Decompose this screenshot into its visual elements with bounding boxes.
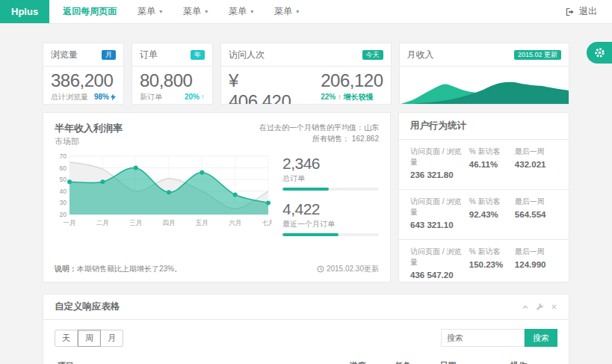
middle-row: 半年收入利润率 市场部 在过去的一个月销售的平均值：山东 所有销售： 162.8… (43, 112, 569, 283)
panel-title: 自定义响应表格 (55, 300, 120, 313)
stat-col-label: 访问页面 / 浏览量 (410, 197, 463, 218)
card-page-views: 浏览量 月 386,200 总计浏览量 98% (43, 43, 124, 105)
col-header-project[interactable]: 项目 (55, 356, 346, 364)
panel-title: 用户行为统计 (399, 113, 569, 140)
main-content: 浏览量 月 386,200 总计浏览量 98% 订单 (0, 24, 612, 364)
card-title: 订单 (140, 49, 158, 61)
income-chart-area (400, 67, 569, 105)
search-button[interactable]: 搜索 (525, 329, 557, 347)
chart-subtitle: 市场部 (55, 136, 123, 147)
footnote-label: 说明： (55, 265, 77, 273)
nav-menu-4[interactable]: 菜单 ▾ (264, 0, 309, 23)
tab-day[interactable]: 天 (55, 330, 78, 347)
stat-col-label: 最后一周 (515, 247, 557, 257)
profit-chart-panel: 半年收入利润率 市场部 在过去的一个月销售的平均值：山东 所有销售： 162.8… (43, 112, 391, 283)
chart-title: 半年收入利润率 (55, 122, 123, 135)
chart-note: 在过去的一个月销售的平均值：山东 所有销售： 162.862 (259, 122, 379, 147)
svg-text:60: 60 (60, 164, 67, 172)
card-value: 206,120 (321, 70, 383, 91)
updated-badge: 2015.02 更新 (514, 50, 561, 60)
card-orders: 订单 年 80,800 新订单 20% ↑ (132, 43, 213, 105)
caret-down-icon: ▾ (296, 8, 299, 15)
svg-text:20: 20 (60, 211, 67, 218)
wrench-icon (536, 303, 544, 311)
tab-week[interactable]: 周 (78, 330, 101, 347)
arrow-up-icon: ↑ (201, 93, 205, 101)
stat-label: 最近一个月订单 (282, 219, 379, 229)
user-stats-row: 访问页面 / 浏览量 643 321.10 % 新访客 92.43% 最后一周 … (399, 190, 569, 240)
col-header-task[interactable]: 任务 (392, 356, 437, 364)
user-stats-row: 访问页面 / 浏览量 436 547.20 % 新访客 150.23% 最后一周… (399, 240, 569, 283)
profit-chart-area: 203040506070一月二月三月四月五月六月七月 (55, 152, 272, 246)
svg-text:三月: 三月 (129, 219, 142, 226)
stat-col-value: 150.23% (469, 259, 515, 271)
nav-home-link[interactable]: 返回每周页面 (52, 0, 127, 23)
stat-value: 4,422 (282, 200, 379, 218)
stat-col-value: 46.11% (469, 158, 515, 170)
card-visits: 访问人次 今天 ¥ 406,420 44% ↑ 增长较快 (220, 43, 392, 105)
card-value: 386,200 (51, 70, 116, 91)
svg-text:七月: 七月 (262, 219, 273, 226)
logout-label: 退出 (579, 5, 597, 18)
svg-text:四月: 四月 (163, 219, 176, 226)
nav-menu-label: 菜单 (183, 5, 201, 18)
caret-down-icon: ▾ (159, 8, 162, 15)
visits-col-revenue: ¥ 406,420 44% ↑ 增长较快 (229, 70, 300, 105)
svg-text:50: 50 (60, 176, 67, 183)
period-tab-group: 天 周 月 (55, 330, 123, 347)
close-icon (551, 303, 557, 310)
nav-menu-label: 菜单 (229, 5, 247, 18)
stat-value: 2,346 (282, 155, 379, 173)
card-footer-label: 总计浏览量 (51, 92, 88, 102)
stat-col-label: 访问页面 / 浏览量 (410, 146, 463, 167)
card-footer-label: 新订单 (140, 92, 162, 102)
stat-col-value: 92.43% (469, 209, 515, 220)
tab-month[interactable]: 月 (101, 330, 123, 347)
nav-menu-2[interactable]: 菜单 ▾ (173, 0, 218, 23)
note-line-2-label: 所有销售： (312, 135, 350, 143)
stat-label: 总订单 (282, 173, 379, 184)
stat-col-value: 236 321.80 (410, 169, 463, 181)
updated-text: 2015.02.30更新 (327, 264, 379, 274)
card-title: 访问人次 (229, 49, 265, 61)
collapse-button[interactable] (522, 303, 529, 311)
period-badge: 年 (191, 50, 205, 60)
period-badge: 今天 (362, 50, 383, 60)
table-search: 搜索 (441, 329, 557, 347)
svg-text:二月: 二月 (96, 219, 109, 226)
stat-col-label: % 新访客 (469, 146, 515, 157)
stat-col-label: % 新访客 (469, 247, 515, 257)
stat-col-value: 124.990 (515, 259, 557, 271)
profit-line-chart: 203040506070一月二月三月四月五月六月七月 (55, 152, 272, 229)
stat-cards-row: 浏览量 月 386,200 总计浏览量 98% 订单 (43, 43, 569, 105)
dashboard-page: Hplus 返回每周页面 菜单 ▾ 菜单 ▾ 菜单 ▾ 菜单 ▾ 退出 (0, 0, 612, 364)
col-header-action[interactable]: 操作 (507, 356, 557, 364)
note-line-2-value: 162.862 (352, 135, 379, 143)
note-line-1: 在过去的一个月销售的平均值：山东 (259, 122, 379, 133)
footnote-text: 本期销售额比上期增长了23%。 (77, 265, 182, 273)
svg-text:六月: 六月 (229, 219, 241, 226)
progress-track (282, 233, 379, 236)
visits-col-count: 206,120 22% ↑ 增长较慢 (321, 70, 383, 105)
progress-track (282, 188, 379, 191)
stat-col-label: 最后一周 (515, 146, 557, 157)
nav-menu-3[interactable]: 菜单 ▾ (218, 0, 264, 23)
chevron-up-icon (522, 303, 529, 311)
col-header-date[interactable]: 日期 (436, 356, 507, 364)
logout-button[interactable]: 退出 (555, 0, 612, 23)
search-input[interactable] (441, 329, 525, 347)
stat-col-label: 最后一周 (515, 197, 557, 207)
close-button[interactable] (551, 303, 557, 310)
col-header-progress[interactable]: 进度 (346, 356, 392, 364)
stat-col-label: 访问页面 / 浏览量 (410, 247, 463, 268)
config-button[interactable] (536, 303, 544, 311)
settings-button[interactable] (587, 42, 612, 64)
responsive-table-panel: 自定义响应表格 天 (43, 294, 569, 364)
nav-menu-label: 菜单 (274, 5, 292, 18)
clock-icon (317, 265, 324, 273)
nav-menu-1[interactable]: 菜单 ▾ (127, 0, 173, 23)
card-monthly-income: 月收入 2015.02 更新 (399, 43, 570, 105)
brand-logo[interactable]: Hplus (0, 0, 49, 23)
projects-table: 项目 进度 任务 日期 操作 米莫说 | MiMO Show 20% 2014 (55, 356, 557, 364)
gear-icon (594, 47, 605, 58)
